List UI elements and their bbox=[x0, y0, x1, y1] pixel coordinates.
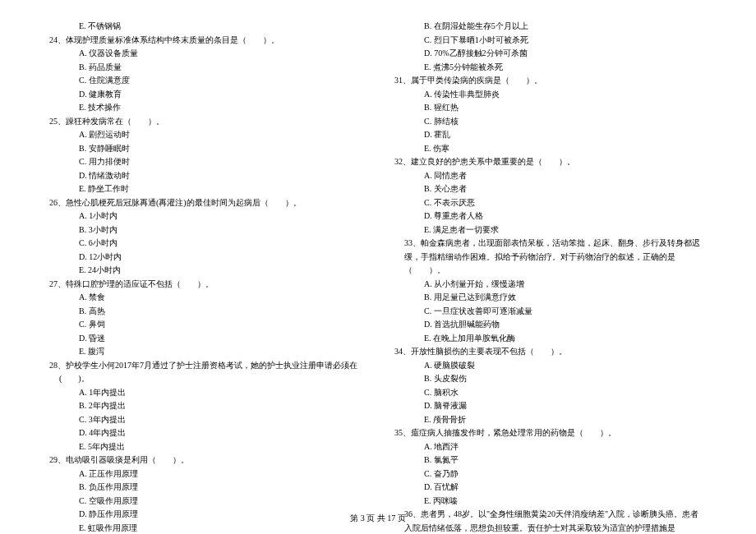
q34-opt-c: C. 脑积水 bbox=[424, 386, 707, 400]
q31-opt-a: A. 传染性非典型肺炎 bbox=[424, 88, 707, 102]
q24-opt-d: D. 健康教育 bbox=[79, 88, 362, 102]
q30-opt-b: B. 在阴湿处能生存5个月以上 bbox=[424, 20, 707, 34]
q35-opt-d: D. 百忧解 bbox=[424, 481, 707, 495]
q32: 32、建立良好的护患关系中最重要的是（ ）。 bbox=[394, 155, 707, 169]
q34-opt-d: D. 脑脊液漏 bbox=[424, 399, 707, 413]
q33-opt-a: A. 从小剂量开始，缓慢递增 bbox=[424, 278, 707, 292]
q27-opt-e: E. 腹泻 bbox=[79, 345, 362, 359]
q32-opt-c: C. 不表示厌恶 bbox=[424, 196, 707, 210]
q26-opt-b: B. 3小时内 bbox=[79, 223, 362, 237]
q27: 27、特殊口腔护理的适应证不包括（ ）。 bbox=[49, 278, 362, 292]
q27-opt-b: B. 高热 bbox=[79, 305, 362, 319]
q29-opt-c: C. 空吸作用原理 bbox=[79, 495, 362, 509]
q26-opt-c: C. 6小时内 bbox=[79, 237, 362, 251]
q24: 24、体现护理质量标准体系结构中终末质量的条目是（ ）。 bbox=[49, 34, 362, 48]
q29-opt-b: B. 负压作用原理 bbox=[79, 481, 362, 495]
q23-opt-e: E. 不锈钢锅 bbox=[79, 20, 362, 34]
q32-opt-a: A. 同情患者 bbox=[424, 169, 707, 183]
q31: 31、属于甲类传染病的疾病是（ ）。 bbox=[394, 74, 707, 88]
q26-opt-a: A. 1小时内 bbox=[79, 209, 362, 223]
q34-opt-e: E. 颅骨骨折 bbox=[424, 413, 707, 427]
q24-opt-e: E. 技术操作 bbox=[79, 101, 362, 115]
q31-opt-d: D. 霍乱 bbox=[424, 128, 707, 142]
q30-opt-d: D. 70%乙醇接触2分钟可杀菌 bbox=[424, 47, 707, 61]
q28-opt-b: B. 2年内提出 bbox=[79, 399, 362, 413]
right-column: B. 在阴湿处能生存5个月以上 C. 烈日下暴晒1小时可被杀死 D. 70%乙醇… bbox=[394, 20, 707, 534]
q25-opt-c: C. 用力排便时 bbox=[79, 155, 362, 169]
q25-opt-d: D. 情绪激动时 bbox=[79, 169, 362, 183]
q33: 33、帕金森病患者，出现面部表情呆板，活动笨拙，起床、翻身、步行及转身都迟缓，手… bbox=[394, 237, 707, 278]
q34: 34、开放性脑损伤的主要表现不包括（ ）。 bbox=[394, 345, 707, 359]
q34-opt-b: B. 头皮裂伤 bbox=[424, 372, 707, 386]
q32-opt-b: B. 关心患者 bbox=[424, 182, 707, 196]
q34-opt-a: A. 硬脑膜破裂 bbox=[424, 359, 707, 373]
q26-opt-e: E. 24小时内 bbox=[79, 264, 362, 278]
q27-opt-d: D. 昏迷 bbox=[79, 332, 362, 346]
q30-opt-c: C. 烈日下暴晒1小时可被杀死 bbox=[424, 34, 707, 48]
q32-opt-d: D. 尊重患者人格 bbox=[424, 209, 707, 223]
q33-opt-d: D. 首选抗胆碱能药物 bbox=[424, 318, 707, 332]
q30-opt-e: E. 煮沸5分钟能被杀死 bbox=[424, 61, 707, 75]
q33-opt-b: B. 用足量已达到满意疗效 bbox=[424, 291, 707, 305]
q25-opt-a: A. 剧烈运动时 bbox=[79, 128, 362, 142]
q33-opt-c: C. 一旦症状改善即可逐渐减量 bbox=[424, 305, 707, 319]
q26-opt-d: D. 12小时内 bbox=[79, 251, 362, 265]
q29-opt-a: A. 正压作用原理 bbox=[79, 467, 362, 481]
q27-opt-c: C. 鼻饲 bbox=[79, 318, 362, 332]
q28-opt-d: D. 4年内提出 bbox=[79, 426, 362, 440]
page-footer: 第 3 页 共 17 页 bbox=[0, 513, 756, 524]
q33-opt-e: E. 在晚上加用单胺氧化酶 bbox=[424, 332, 707, 346]
q28-opt-c: C. 3年内提出 bbox=[79, 413, 362, 427]
q24-opt-c: C. 住院满意度 bbox=[79, 74, 362, 88]
q29: 29、电动吸引器吸痰是利用（ ）。 bbox=[49, 453, 362, 467]
q35-opt-a: A. 地西泮 bbox=[424, 440, 707, 454]
q25-opt-b: B. 安静睡眠时 bbox=[79, 142, 362, 156]
left-column: E. 不锈钢锅 24、体现护理质量标准体系结构中终末质量的条目是（ ）。 A. … bbox=[49, 20, 362, 534]
q31-opt-b: B. 猩红热 bbox=[424, 101, 707, 115]
q28-opt-e: E. 5年内提出 bbox=[79, 440, 362, 454]
q35-opt-c: C. 奋乃静 bbox=[424, 467, 707, 481]
q31-opt-c: C. 肺结核 bbox=[424, 115, 707, 129]
q28: 28、护校学生小何2017年7月通过了护士注册资格考试，她的护士执业注册申请必须… bbox=[49, 359, 362, 386]
q28-opt-a: A. 1年内提出 bbox=[79, 386, 362, 400]
q25: 25、躁狂种发病常在（ ）。 bbox=[49, 115, 362, 129]
q24-opt-a: A. 仪器设备质量 bbox=[79, 47, 362, 61]
q27-opt-a: A. 禁食 bbox=[79, 291, 362, 305]
q31-opt-e: E. 伤寒 bbox=[424, 142, 707, 156]
q35: 35、癔症病人抽搐发作时，紧急处理常用的药物是（ ）。 bbox=[394, 426, 707, 440]
q35-opt-e: E. 丙咪嗪 bbox=[424, 495, 707, 509]
q32-opt-e: E. 满足患者一切要求 bbox=[424, 223, 707, 237]
q25-opt-e: E. 静坐工作时 bbox=[79, 182, 362, 196]
q24-opt-b: B. 药品质量 bbox=[79, 61, 362, 75]
q26: 26、急性心肌梗死后冠脉再通(再灌注)的最佳时间为起病后（ ）。 bbox=[49, 196, 362, 210]
q35-opt-b: B. 氯氮平 bbox=[424, 453, 707, 467]
